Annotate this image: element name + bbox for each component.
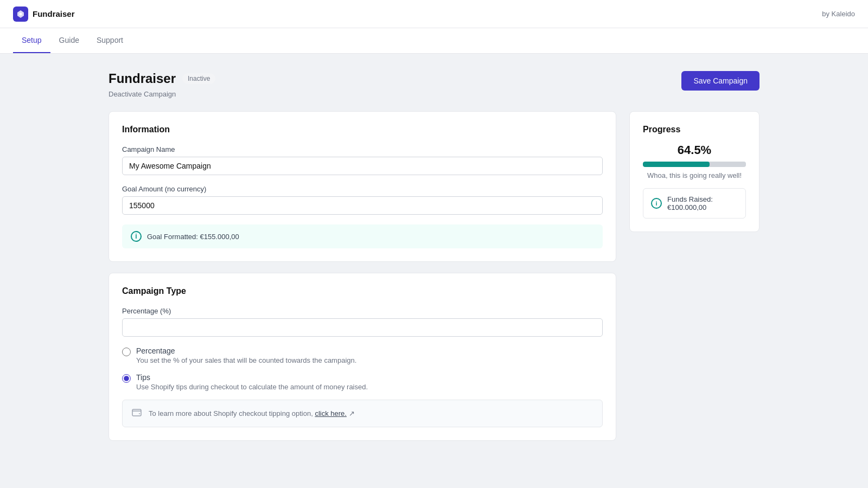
- campaign-type-radios: Percentage You set the % of your sales t…: [122, 346, 603, 391]
- progress-title: Progress: [643, 125, 746, 134]
- radio-percentage-desc: You set the % of your sales that will be…: [136, 356, 356, 364]
- percentage-input-group: Percentage (%): [122, 307, 603, 337]
- by-label: by Kaleido: [822, 10, 855, 18]
- external-link-icon: ↗: [349, 409, 355, 418]
- progress-percent: 64.5%: [643, 143, 746, 157]
- tip-info-box: To learn more about Shopify checkout tip…: [122, 400, 603, 427]
- app-title: Fundraiser: [33, 9, 75, 18]
- svg-point-2: [139, 413, 140, 414]
- campaign-type-card: Campaign Type Percentage (%) Percentage …: [108, 273, 616, 441]
- goal-formatted-text: Goal Formatted: €155.000,00: [147, 233, 239, 241]
- tip-box-text: To learn more about Shopify checkout tip…: [149, 409, 355, 418]
- top-nav: Fundraiser by Kaleido: [0, 0, 868, 28]
- save-campaign-button[interactable]: Save Campaign: [681, 71, 760, 91]
- logo-icon: [16, 10, 25, 18]
- page-title-row: Fundraiser Inactive: [108, 71, 215, 86]
- progress-message: Whoa, this is going really well!: [643, 171, 746, 179]
- goal-amount-label: Goal Amount (no currency): [122, 185, 603, 193]
- goal-formatted-box: i Goal Formatted: €155.000,00: [122, 224, 603, 248]
- page-header: Fundraiser Inactive Deactivate Campaign …: [108, 71, 760, 98]
- goal-amount-input[interactable]: [122, 196, 603, 215]
- campaign-name-input[interactable]: [122, 157, 603, 175]
- campaign-name-group: Campaign Name: [122, 145, 603, 175]
- main-content: Fundraiser Inactive Deactivate Campaign …: [0, 54, 868, 458]
- status-badge: Inactive: [182, 73, 215, 84]
- app-branding: Fundraiser: [13, 7, 75, 22]
- progress-card: Progress 64.5% Whoa, this is going reall…: [629, 111, 760, 232]
- tab-setup[interactable]: Setup: [13, 28, 50, 53]
- radio-percentage-label: Percentage: [136, 346, 356, 355]
- svg-point-0: [20, 12, 22, 15]
- information-title: Information: [122, 125, 603, 134]
- campaign-name-label: Campaign Name: [122, 145, 603, 153]
- progress-bar-background: [643, 162, 746, 167]
- radio-tips-item: Tips Use Shopify tips during checkout to…: [122, 373, 603, 391]
- tab-nav: Setup Guide Support: [0, 28, 868, 54]
- page-header-left: Fundraiser Inactive Deactivate Campaign: [108, 71, 215, 98]
- radio-tips-label: Tips: [136, 373, 368, 382]
- info-icon: i: [131, 231, 142, 242]
- percentage-input[interactable]: [122, 318, 603, 337]
- progress-bar-fill: [643, 162, 710, 167]
- page-title: Fundraiser: [108, 71, 176, 86]
- tip-link[interactable]: click here.: [315, 409, 347, 418]
- radio-tips-desc: Use Shopify tips during checkout to calc…: [136, 383, 368, 391]
- funds-raised-text: Funds Raised: €100.000,00: [667, 195, 738, 211]
- goal-amount-group: Goal Amount (no currency): [122, 185, 603, 215]
- left-column: Information Campaign Name Goal Amount (n…: [108, 111, 616, 441]
- two-col-layout: Information Campaign Name Goal Amount (n…: [108, 111, 760, 441]
- campaign-type-title: Campaign Type: [122, 286, 603, 296]
- tip-box-icon: [131, 407, 142, 420]
- radio-percentage[interactable]: [122, 348, 131, 356]
- information-card: Information Campaign Name Goal Amount (n…: [108, 111, 616, 262]
- deactivate-link[interactable]: Deactivate Campaign: [108, 90, 176, 98]
- app-logo: [13, 7, 28, 22]
- tab-support[interactable]: Support: [88, 28, 132, 53]
- right-column: Progress 64.5% Whoa, this is going reall…: [629, 111, 760, 232]
- radio-tips[interactable]: [122, 374, 131, 383]
- funds-raised-box: i Funds Raised: €100.000,00: [643, 188, 746, 219]
- svg-rect-1: [132, 409, 141, 416]
- percentage-label: Percentage (%): [122, 307, 603, 315]
- radio-percentage-item: Percentage You set the % of your sales t…: [122, 346, 603, 364]
- funds-icon: i: [651, 198, 662, 209]
- tab-guide[interactable]: Guide: [50, 28, 88, 53]
